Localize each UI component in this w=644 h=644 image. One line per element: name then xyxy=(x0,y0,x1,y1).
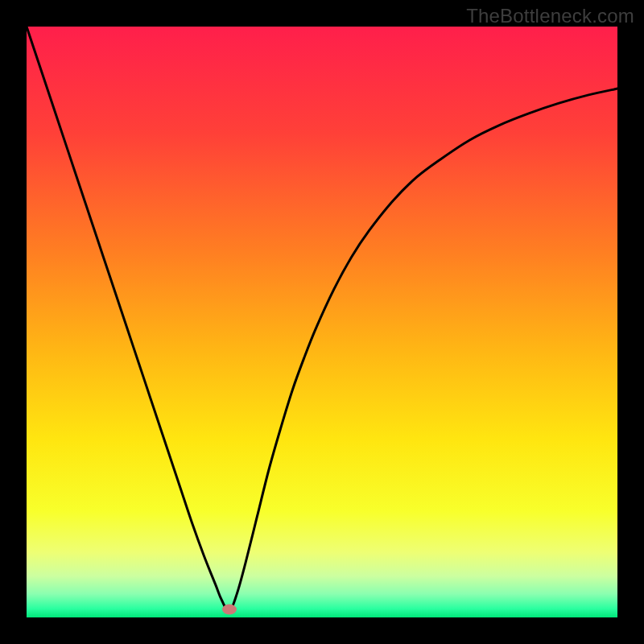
minimum-marker xyxy=(222,604,237,614)
chart-frame: TheBottleneck.com xyxy=(0,0,644,644)
watermark-text: TheBottleneck.com xyxy=(466,5,634,27)
bottleneck-curve xyxy=(27,27,617,617)
